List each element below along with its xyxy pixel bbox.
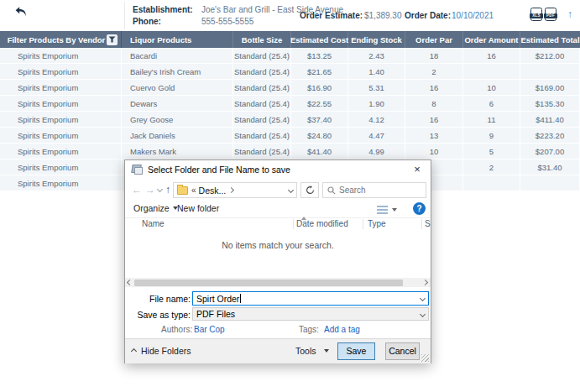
- cell-estimated_total: $135.30: [520, 96, 580, 112]
- file-name-input[interactable]: Spirt Order: [192, 291, 429, 306]
- table-row[interactable]: Spirits EmporiumBailey's Irish CreamStan…: [0, 64, 580, 80]
- cell-bottle_size: Standard (25.4): [233, 144, 291, 159]
- cell-ending_stock: 1.40: [348, 64, 405, 80]
- file-list-area: No items match your search.: [125, 230, 431, 278]
- table-row[interactable]: Spirits EmporiumBacardiStandard (25.4)$1…: [0, 48, 580, 64]
- breadcrumb-folder[interactable]: Desk...: [199, 186, 227, 196]
- scroll-left-icon[interactable]: [127, 279, 133, 285]
- cell-ending_stock: 2.43: [348, 48, 405, 64]
- history-chevron-icon[interactable]: [157, 186, 163, 192]
- cell-estimated_total: [520, 175, 580, 191]
- file-list-headers: Name Date modified Type S: [125, 218, 431, 230]
- search-input[interactable]: [339, 186, 415, 195]
- forward-arrow-icon[interactable]: →: [145, 183, 155, 196]
- hide-folders-button[interactable]: Hide Folders: [132, 346, 191, 356]
- column-header-filter-vendor[interactable]: Filter Products By Vendor: [0, 31, 122, 48]
- column-header-estimated-cost[interactable]: Estimated Cost: [291, 31, 348, 48]
- cell-ending_stock: 4.99: [348, 144, 405, 159]
- cell-order_amount: [463, 175, 520, 191]
- resize-grip[interactable]: [421, 354, 429, 362]
- export-xls-icon[interactable]: XLS: [530, 8, 542, 21]
- table-row[interactable]: Spirits EmporiumMakers MarkStandard (25.…: [0, 144, 580, 159]
- cell-order_amount: 9: [463, 128, 520, 144]
- cell-estimated_total: $411.40: [520, 112, 580, 128]
- column-header-bottle-size[interactable]: Bottle Size: [233, 31, 291, 48]
- dialog-app-icon: [131, 165, 143, 175]
- cell-order_par: 16: [405, 80, 463, 96]
- cell-order_amount: 2: [463, 159, 520, 175]
- list-header-type[interactable]: Type: [368, 219, 386, 228]
- scroll-right-icon[interactable]: [422, 279, 428, 285]
- upload-arrow-icon[interactable]: ↑: [567, 8, 572, 20]
- cell-bottle_size: Standard (25.4): [233, 112, 291, 128]
- dialog-title-bar[interactable]: Select Folder and File Name to save: [125, 160, 431, 179]
- cell-order_par: 16: [405, 112, 463, 128]
- view-caret-icon[interactable]: [392, 208, 397, 212]
- save-as-type-dropdown-icon[interactable]: [420, 311, 426, 316]
- tools-button[interactable]: Tools: [295, 346, 329, 356]
- column-header-order-par[interactable]: Order Par: [405, 31, 463, 48]
- address-dropdown-icon[interactable]: [288, 187, 294, 193]
- filter-vendor-label: Filter Products By Vendor: [8, 35, 106, 44]
- address-bar[interactable]: « Desk...: [173, 182, 297, 198]
- file-name-value: Spirt Order: [196, 294, 239, 304]
- column-separator[interactable]: [363, 219, 363, 229]
- cell-estimated_cost: $37.40: [291, 112, 348, 128]
- cell-vendor: Spirits Emporium: [0, 96, 122, 112]
- save-as-type-select[interactable]: PDF Files: [192, 307, 429, 321]
- search-box[interactable]: [322, 182, 426, 198]
- authors-link[interactable]: Bar Cop: [194, 325, 225, 334]
- list-header-size[interactable]: S: [425, 219, 431, 228]
- cell-bottle_size: Standard (25.4): [233, 96, 291, 112]
- column-separator[interactable]: [421, 219, 422, 229]
- cell-product: Dewars: [122, 96, 233, 112]
- table-row[interactable]: Spirits EmporiumGrey GooseStandard (25.4…: [0, 112, 580, 128]
- breadcrumb-chevron-icon[interactable]: [228, 187, 234, 193]
- refresh-button[interactable]: [300, 182, 319, 198]
- table-row[interactable]: Spirits EmporiumCuervo GoldStandard (25.…: [0, 80, 580, 96]
- column-header-order-amount[interactable]: Order Amount: [463, 31, 520, 48]
- dialog-title: Select Folder and File Name to save: [148, 165, 290, 175]
- file-name-label: File name:: [132, 294, 191, 304]
- help-icon[interactable]: ?: [413, 202, 426, 215]
- save-button[interactable]: Save: [337, 342, 375, 360]
- close-icon[interactable]: ×: [410, 163, 424, 176]
- cell-estimated_total: $212.00: [520, 48, 580, 64]
- organize-label: Organize: [133, 203, 170, 213]
- column-separator[interactable]: [293, 219, 294, 229]
- folder-icon: [177, 186, 188, 195]
- up-folder-icon[interactable]: ↑: [165, 183, 170, 196]
- cell-product: Jack Daniels: [122, 128, 233, 144]
- column-header-ending-stock[interactable]: Ending Stock: [348, 31, 405, 48]
- cell-order_amount: 11: [463, 112, 520, 128]
- change-view-icon[interactable]: [377, 206, 388, 214]
- app-window: Establishment: Joe's Bar and Grill - Eas…: [0, 0, 580, 392]
- table-row[interactable]: Spirits EmporiumDewarsStandard (25.4)$22…: [0, 96, 580, 112]
- scrollbar-thumb[interactable]: [134, 280, 403, 286]
- file-name-dropdown-icon[interactable]: [420, 295, 426, 301]
- table-row[interactable]: Spirits EmporiumJack DanielsStandard (25…: [0, 128, 580, 144]
- order-date-label: Order Date:: [405, 11, 451, 20]
- list-header-date-modified[interactable]: Date modified: [296, 219, 348, 228]
- back-arrow-icon[interactable]: ←: [132, 183, 142, 196]
- add-tag-link[interactable]: Add a tag: [324, 325, 360, 334]
- column-header-estimated-total[interactable]: Estimated Total: [520, 31, 580, 48]
- list-header-name[interactable]: Name: [142, 219, 165, 228]
- filter-icon[interactable]: [107, 34, 118, 45]
- cell-order_par: 2: [405, 64, 463, 80]
- column-header-liquor-products[interactable]: Liquor Products: [122, 31, 233, 48]
- cell-vendor: Spirits Emporium: [0, 48, 122, 64]
- cell-bottle_size: Standard (25.4): [233, 128, 291, 144]
- order-date-value: 10/10/2021: [452, 11, 494, 20]
- horizontal-scrollbar[interactable]: [125, 278, 431, 287]
- organize-button[interactable]: Organize: [133, 203, 178, 213]
- cell-estimated_cost: $13.25: [291, 48, 348, 64]
- export-pdf-icon[interactable]: PDF: [545, 8, 556, 21]
- cell-order_par: 18: [405, 48, 463, 64]
- cancel-button[interactable]: Cancel: [385, 342, 420, 360]
- order-estimate-value: $1,389.30: [364, 11, 402, 20]
- undo-back-button[interactable]: [13, 5, 29, 20]
- phone-value: 555-555-5555: [201, 17, 253, 26]
- save-as-type-label: Save as type:: [132, 310, 191, 320]
- new-folder-button[interactable]: New folder: [177, 203, 219, 213]
